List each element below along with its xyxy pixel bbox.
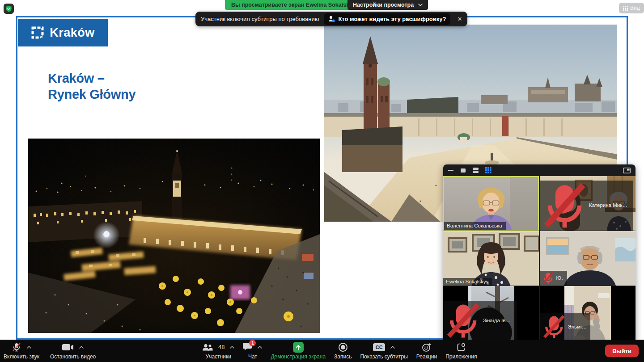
video-gallery-panel: Валентина Сокальська [443,164,636,341]
grid-view-icon [623,6,628,11]
muted-mic-icon [542,272,554,284]
close-icon[interactable]: ✕ [457,16,462,22]
participant-name: Зінаїда Іванівна Міщенко [483,318,513,323]
meeting-toolbar: Включить звук Остановить видео [0,340,644,362]
participant-tile[interactable]: Зінаїда Іванівна Міщенко [443,286,539,341]
view-button-label: Вид [630,5,640,11]
chat-label: Чат [248,354,257,360]
slide-title-line1: Kraków – [48,70,136,86]
chevron-up-icon[interactable] [79,346,84,349]
participant-nameplate: Юзер [540,271,567,286]
toolbar-center-group: 48 Участники 1 Чат [202,340,477,362]
participant-nameplate: Катерина Миколаївна Долматова [540,181,633,231]
night-square-photo [28,139,320,333]
toolbar-left-group: Включить звук Остановить видео [4,340,96,362]
chat-button[interactable]: 1 Чат [243,340,262,362]
speaker-view-icon[interactable] [460,168,466,173]
gallery-toolbar [443,164,636,176]
captions-toast-message: Участник включил субтитры по требованию [201,16,319,22]
slide-title: Kraków – Rynek Główny [48,70,136,102]
popout-layout-icon[interactable] [623,168,631,173]
view-settings-label: Настройки просмотра [353,0,414,10]
chevron-up-icon[interactable] [258,346,262,349]
captions-toast: Участник включил субтитры по требованию … [195,12,467,26]
chat-unread-badge: 1 [249,340,256,346]
stop-video-button[interactable]: Остановить видео [50,340,96,362]
chevron-up-icon[interactable] [390,346,395,349]
participant-video [443,231,539,286]
participant-tile[interactable]: Валентина Сокальська [443,176,539,231]
share-screen-label: Демонстрация экрана [271,354,326,360]
reactions-smiley-icon [422,342,432,352]
muted-mic-icon [542,314,566,339]
share-screen-icon [293,342,304,353]
unmute-button[interactable]: Включить звук [4,340,39,362]
krakow-logo: Kraków [18,19,108,46]
muted-mic-icon [446,302,480,339]
participant-name: Юзер [556,275,563,281]
share-screen-button[interactable]: Демонстрация экрана [271,340,326,362]
captions-button[interactable]: CC Показать субтитры [360,340,407,362]
record-button[interactable]: Запись [334,340,352,362]
view-settings-button[interactable]: Настройки просмотра [347,0,428,10]
security-shield-button[interactable] [4,4,14,14]
participants-button[interactable]: 48 Участники [202,340,234,362]
leave-meeting-button[interactable]: Выйти [605,345,639,357]
chevron-down-icon [418,4,423,6]
minimize-icon[interactable] [448,168,453,173]
participant-nameplate: Ewelina Sokalskyy [443,278,492,286]
captions-label: Показать субтитры [360,354,407,360]
muted-mic-icon [12,342,21,352]
video-camera-icon [62,344,74,351]
participant-nameplate: Зінаїда Іванівна Міщенко [443,301,517,341]
participant-tile[interactable]: Юзер [540,231,636,286]
cc-icon: CC [373,343,385,351]
participant-name: Эльміра Алієва [568,324,587,329]
record-icon [338,342,348,352]
apps-label: Приложения [445,354,477,360]
participant-name: Валентина Сокальська [447,223,502,228]
participant-tile[interactable]: Ewelina Sokalskyy [443,231,539,286]
record-label: Запись [334,354,352,360]
participant-nameplate: Валентина Сокальська [444,222,506,230]
gallery-view-icon[interactable] [485,167,491,173]
participant-tile[interactable]: Катерина Миколаївна Долматова [540,176,636,231]
reactions-label: Реакции [416,354,437,360]
participant-tile[interactable]: Эльміра Алієва [540,286,636,341]
participant-nameplate: Эльміра Алієва [540,313,590,341]
stacked-view-icon[interactable] [473,168,479,173]
participants-count: 48 [218,344,225,350]
viewing-screen-banner: Вы просматриваете экран Ewelina Sokalsky… [225,0,362,10]
chevron-up-icon[interactable] [27,346,31,349]
who-can-see-transcript-button[interactable]: Кто может видеть эту расшифровку? [324,13,450,25]
slide-title-line2: Rynek Główny [48,86,136,102]
view-layout-button[interactable]: Вид [619,3,644,13]
participant-name: Ewelina Sokalskyy [446,279,488,284]
who-can-see-transcript-label: Кто может видеть эту расшифровку? [338,16,446,22]
participants-icon [202,344,213,351]
stop-video-label: Остановить видео [50,354,96,360]
unmute-label: Включить звук [4,354,39,360]
logo-text: Kraków [50,26,95,40]
apps-icon [456,342,466,352]
reactions-button[interactable]: Реакции [416,340,437,362]
night-photo-art [28,139,320,333]
participants-label: Участники [206,354,231,360]
shield-icon [5,5,12,12]
participant-name: Катерина Миколаївна Долматова [589,202,629,208]
person-icon [328,16,335,22]
krakow-logo-icon [31,26,44,39]
muted-mic-icon [542,181,587,229]
chevron-up-icon[interactable] [230,346,234,349]
apps-button[interactable]: Приложения [445,340,477,362]
